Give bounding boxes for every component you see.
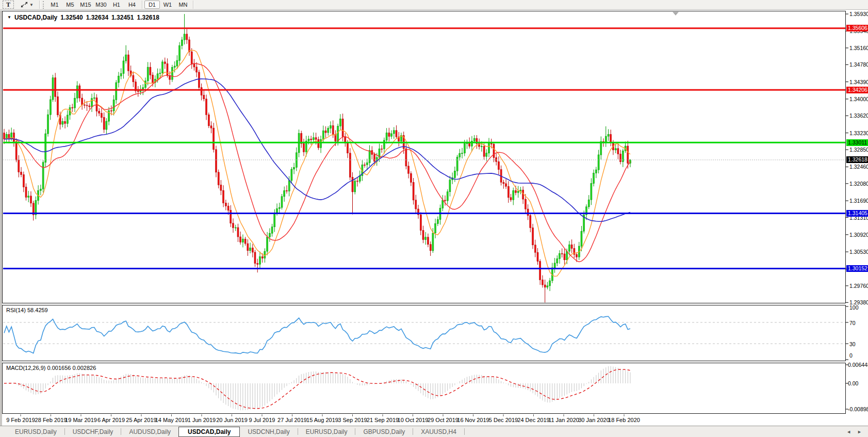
rsi-pane[interactable] <box>2 305 846 361</box>
top-toolbar: T ▼ M1 M5 M15 M30 H1 H4 D1 W1 MN <box>0 0 868 10</box>
macd-pane[interactable] <box>2 363 846 414</box>
toolbar-separator <box>142 1 142 9</box>
price-axis-column <box>846 11 868 414</box>
toolbar-separator <box>39 1 40 9</box>
timeframe-m15-button[interactable]: M15 <box>78 1 93 9</box>
time-axis <box>2 414 868 426</box>
tab-usdcnh-daily[interactable]: USDCNH,Daily <box>240 427 297 436</box>
macd-name: MACD(12,26,9) <box>6 365 45 371</box>
timeframe-m5-button[interactable]: M5 <box>62 1 78 9</box>
rsi-value: 58.4259 <box>27 307 48 313</box>
rsi-indicator-label: RSI(14) 58.4259 <box>6 307 48 313</box>
timeframe-m1-button[interactable]: M1 <box>47 1 62 9</box>
tab-eurusd-daily-1[interactable]: EURUSD,Daily <box>7 427 64 436</box>
text-tool-button[interactable]: T <box>3 1 14 9</box>
toolbar-separator <box>193 1 193 9</box>
cursor-tool-button[interactable]: ▼ <box>17 1 37 9</box>
chart-tab-bar: EURUSD,Daily USDCHF,Daily AUDUSD,Daily U… <box>0 426 868 437</box>
macd-main-value: 0.001656 <box>47 365 71 371</box>
timeframe-d1-button[interactable]: D1 <box>144 1 160 9</box>
ohlc-low: 1.32451 <box>111 14 134 21</box>
cursor-arrows-icon <box>21 2 28 8</box>
tab-scroll-left-icon[interactable]: ◄ <box>846 429 851 434</box>
macd-indicator-label: MACD(12,26,9) 0.001656 0.002826 <box>6 365 96 371</box>
rsi-name: RSI(14) <box>6 307 26 313</box>
timeframe-w1-button[interactable]: W1 <box>160 1 175 9</box>
tab-audusd-daily[interactable]: AUDUSD,Daily <box>121 427 178 436</box>
chart-shift-marker[interactable] <box>673 12 679 15</box>
toolbar-grip[interactable] <box>43 1 45 9</box>
tab-usdcad-daily[interactable]: USDCAD,Daily <box>178 427 240 437</box>
ohlc-close: 1.32618 <box>137 14 159 21</box>
text-tool-label: T <box>6 1 10 9</box>
tab-usdchf-daily[interactable]: USDCHF,Daily <box>65 427 121 436</box>
chart-header: ▼ USDCAD,Daily 1.32540 1.32634 1.32451 1… <box>7 14 159 21</box>
symbol-dropdown-icon[interactable]: ▼ <box>7 15 11 20</box>
ohlc-high: 1.32634 <box>86 14 108 21</box>
timeframe-mn-button[interactable]: MN <box>175 1 191 9</box>
cursor-tool-dropdown-icon[interactable]: ▼ <box>29 3 34 7</box>
tab-scroll-right-icon[interactable]: ► <box>857 429 862 434</box>
tab-separator <box>464 428 465 435</box>
price-pane[interactable] <box>2 11 846 303</box>
ohlc-open: 1.32540 <box>60 14 83 21</box>
timeframe-m30-button[interactable]: M30 <box>93 1 109 9</box>
tab-xauusd-h4[interactable]: XAUUSD,H4 <box>413 427 464 436</box>
chart-symbol: USDCAD,Daily <box>14 14 57 21</box>
tab-gbpusd-daily[interactable]: GBPUSD,Daily <box>355 427 413 436</box>
timeframe-h4-button[interactable]: H4 <box>124 1 140 9</box>
tab-eurusd-daily-2[interactable]: EURUSD,Daily <box>298 427 355 436</box>
timeframe-h1-button[interactable]: H1 <box>109 1 124 9</box>
macd-signal-value: 0.002826 <box>72 365 96 371</box>
